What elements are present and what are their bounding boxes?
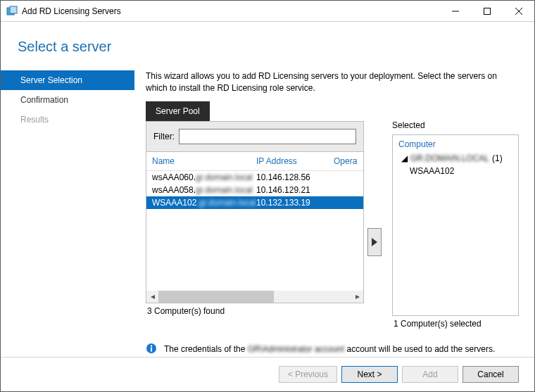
col-name[interactable]: Name (152, 156, 256, 166)
info-text: The credentials of the GR\Administrator … (164, 344, 495, 354)
group-count: (1) (492, 153, 503, 163)
minimize-button[interactable] (439, 1, 471, 22)
app-icon (6, 6, 18, 17)
collapse-icon[interactable]: ◢ (401, 153, 408, 163)
step-results: Results (1, 110, 134, 129)
svg-marker-6 (372, 238, 377, 246)
grid-header: Name IP Address Operat (146, 152, 363, 171)
row-ip: 10.146.129.21 (256, 184, 334, 196)
table-row[interactable]: wsAAA058.gr.domain.local 10.146.129.21 (146, 184, 363, 196)
grid-body[interactable]: wsAAA060.gr.domain.local 10.146.128.56 w… (146, 171, 363, 291)
row-name: WSAAA102 (152, 198, 196, 208)
table-row[interactable]: WSAAA102.gr.domain.local 10.132.133.19 (146, 196, 363, 209)
row-name-obscured: gr.domain.local (196, 184, 253, 196)
page-header: Select a server (1, 22, 534, 62)
content-area: This wizard allows you to add RD Licensi… (134, 65, 534, 357)
step-confirmation[interactable]: Confirmation (1, 90, 134, 110)
wizard-window: Add RD Licensing Servers Select a server… (0, 0, 535, 392)
server-pool-grid: Name IP Address Operat wsAAA060.gr.domai… (146, 151, 364, 303)
titlebar: Add RD Licensing Servers (1, 1, 534, 22)
svg-rect-1 (10, 6, 17, 13)
info-icon (146, 343, 157, 356)
filter-label: Filter: (153, 132, 175, 141)
selected-item[interactable]: WSAAA102 (410, 166, 512, 176)
row-ip: 10.146.128.56 (256, 171, 334, 184)
row-name: wsAAA058. (152, 185, 196, 195)
close-button[interactable] (503, 1, 534, 22)
horizontal-scrollbar[interactable]: ◂ ▸ (146, 291, 363, 303)
svg-rect-9 (151, 345, 152, 346)
svg-rect-3 (484, 8, 490, 14)
svg-rect-8 (151, 347, 152, 351)
next-button[interactable]: Next > (341, 366, 398, 383)
row-name: wsAAA060. (152, 172, 196, 182)
previous-button: < Previous (279, 366, 337, 383)
server-pool-panel: Server Pool Filter: Name IP Add (146, 101, 364, 331)
steps-sidebar: Server Selection Confirmation Results (1, 65, 134, 357)
selected-label: Selected (392, 101, 519, 130)
add-button: Add (402, 366, 458, 383)
pool-count: 3 Computer(s) found (146, 303, 364, 319)
credentials-info: The credentials of the GR\Administrator … (146, 343, 519, 356)
row-name-obscured: gr.domain.local (196, 171, 253, 184)
selected-group[interactable]: ◢ GR.DOMAIN.LOCAL (1) (401, 153, 512, 163)
step-server-selection[interactable]: Server Selection (1, 70, 134, 90)
scroll-left-icon[interactable]: ◂ (146, 291, 158, 303)
col-os[interactable]: Operat (334, 156, 358, 166)
row-name-obscured: .gr.domain.local (196, 196, 256, 209)
maximize-button[interactable] (471, 1, 503, 22)
cancel-button[interactable]: Cancel (462, 366, 519, 383)
wizard-footer: < Previous Next > Add Cancel (1, 357, 534, 391)
selected-list[interactable]: Computer ◢ GR.DOMAIN.LOCAL (1) WSAAA102 (392, 134, 519, 316)
selected-count: 1 Computer(s) selected (392, 316, 519, 331)
filter-input[interactable] (179, 129, 356, 144)
intro-text: This wizard allows you to add RD Licensi… (146, 70, 519, 94)
scroll-thumb[interactable] (158, 291, 274, 303)
group-name: GR.DOMAIN.LOCAL (410, 153, 489, 163)
server-pool-tab[interactable]: Server Pool (146, 101, 210, 121)
window-title: Add RD Licensing Servers (22, 6, 439, 16)
scroll-right-icon[interactable]: ▸ (351, 291, 363, 303)
page-title: Select a server (18, 39, 534, 55)
col-ip[interactable]: IP Address (256, 156, 334, 166)
row-ip: 10.132.133.19 (256, 196, 334, 209)
selected-header: Computer (398, 139, 512, 149)
table-row[interactable]: wsAAA060.gr.domain.local 10.146.128.56 (146, 171, 363, 184)
selected-panel: Selected Computer ◢ GR.DOMAIN.LOCAL (1) … (392, 101, 519, 331)
add-to-selected-button[interactable] (367, 228, 382, 256)
